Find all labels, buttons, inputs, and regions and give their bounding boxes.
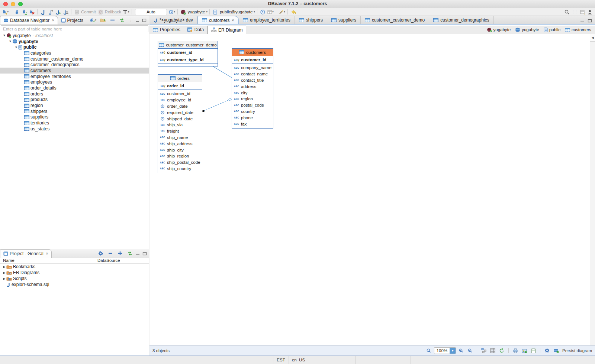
zoom-dropdown-icon[interactable]: ▼ [450,347,456,354]
toggle-grid-icon[interactable] [489,347,496,354]
entity-column-order_date[interactable]: order_date [158,103,202,110]
entity-column-city[interactable]: ABCcity [232,90,273,96]
tree-twisty-icon[interactable]: ▼ [2,34,6,37]
editor-tab-suppliers[interactable]: suppliers [327,16,361,24]
tab-project-general[interactable]: Project - General ✕ [0,249,52,258]
editor-tab-employee-territories[interactable]: employee_territories [239,16,295,24]
breadcrumb-public[interactable]: public [544,27,560,32]
open-perspective-icon[interactable] [579,9,586,15]
entity-column-address[interactable]: ABCaddress [232,83,273,90]
tree-item-customer-demographics[interactable]: customer_demographics [0,62,149,68]
transaction-mode-select[interactable]: Auto [135,9,167,15]
project-settings-gear-icon[interactable] [97,250,104,257]
export-image-icon[interactable] [521,347,528,354]
tree-twisty-icon[interactable]: ▶ [2,271,6,274]
zoom-level-select[interactable]: 100% ▼ [434,347,456,354]
entity-column-ship_region[interactable]: ABCship_region [158,153,202,159]
project-add-icon[interactable] [117,250,123,257]
database-dropdown-icon[interactable]: ▾ [254,10,255,13]
editor-tab-customers[interactable]: customers✕ [197,16,239,24]
entity-column-ship_address[interactable]: ABCship_address [158,140,202,147]
entity-header[interactable]: customer_customer_demo [158,41,218,49]
editor-tab-customer-customer-demo[interactable]: customer_customer_demo [361,16,429,24]
project-item-er-diagrams[interactable]: ▶ER Diagrams [0,270,149,276]
breadcrumb-customers[interactable]: customers [565,27,591,32]
subtab-data[interactable]: Data [184,26,208,34]
breadcrumb-yugabyte[interactable]: yugabyte [487,27,511,32]
entity-customer_customer_demo[interactable]: customer_customer_demoABCcustomer_idABCc… [158,41,218,66]
tree-twisty-icon[interactable]: ▼ [8,40,12,43]
close-tab-icon[interactable]: ✕ [231,19,234,22]
entity-column-fax[interactable]: ABCfax [232,121,273,127]
tree-item-territories[interactable]: territories [0,120,149,126]
new-connection-icon[interactable]: ▾ [2,9,9,15]
navigate-back-icon[interactable] [290,9,297,15]
tree-item-public[interactable]: ▼public [0,44,149,50]
subtab-er-diagram[interactable]: ER Diagram [208,26,246,34]
editor-maximize-icon[interactable] [588,19,592,22]
project-maximize-icon[interactable] [142,251,147,255]
editor-tab-shippers[interactable]: shippers [295,16,327,24]
tab-projects[interactable]: Projects [58,16,86,25]
tree-item-order-details[interactable]: order_details [0,85,149,91]
project-link-icon[interactable] [126,250,133,257]
column-header-datasource[interactable]: DataSource [97,258,120,263]
reconnect-icon[interactable] [21,9,28,15]
tree-twisty-icon[interactable]: ▶ [2,265,6,269]
tree-item-us-states[interactable]: us_states [0,126,149,132]
tree-item-orders[interactable]: orders [0,91,149,97]
editor-tab--yugabyte-dev[interactable]: *<yugabyte> dev [149,16,197,24]
tree-item-yugabyte[interactable]: ▼yugabyte- localhost [0,33,149,39]
entity-column-country[interactable]: ABCcountry [232,108,273,115]
entity-column-phone[interactable]: ABCphone [232,114,273,121]
zoom-in-icon[interactable] [458,347,464,354]
editor-tab-customer-demographics[interactable]: customer_demographics [429,16,493,24]
user-profile-icon[interactable] [586,9,593,15]
entity-customers[interactable]: customersABCcustomer_idABCcompany_nameAB… [232,48,273,129]
nav-new-folder-icon[interactable] [99,17,106,23]
tree-twisty-icon[interactable]: ▶ [2,277,6,280]
entity-header[interactable]: orders [158,75,202,82]
close-project-tab-icon[interactable]: ✕ [46,252,49,256]
tab-database-navigator[interactable]: Database Navigator ✕ [0,16,58,25]
entity-column-ship_name[interactable]: ABCship_name [158,134,202,141]
tree-item-customers[interactable]: customers [0,68,149,74]
tree-item-employees[interactable]: employees [0,79,149,85]
tree-twisty-icon[interactable]: ▼ [14,46,18,49]
entity-column-customer_id[interactable]: ABCcustomer_id [158,49,218,56]
rollback-button[interactable]: Rollback [105,10,121,14]
print-diagram-icon[interactable] [512,347,519,354]
project-minimize-icon[interactable] [136,251,140,255]
connection-selector[interactable]: yugabyte [188,10,205,14]
palette-expand-icon[interactable]: ◀ [590,34,595,42]
entity-column-region[interactable]: ABCregion [232,96,273,102]
entity-column-employee_id[interactable]: 123employee_id [158,97,202,103]
new-sql-editor-icon[interactable] [40,9,46,15]
auto-layout-icon[interactable] [480,347,487,354]
diagram-settings-gear-icon[interactable] [544,347,550,354]
tree-item-categories[interactable]: categories [0,50,149,56]
maximize-view-icon[interactable] [142,18,147,22]
tree-item-employee-territories[interactable]: employee_territories [0,74,149,79]
rollback-icon[interactable] [97,9,104,15]
entity-column-company_name[interactable]: ABCcompany_name [232,65,273,71]
database-selector[interactable]: public@yugabyte [220,10,253,14]
entity-column-shipped_date[interactable]: shipped_date [158,116,202,122]
new-sql-script-icon[interactable] [55,9,61,15]
tree-item-yugabyte[interactable]: ▼yugabyte [0,39,149,45]
refresh-diagram-icon[interactable] [498,347,505,354]
link-with-editor-icon[interactable] [119,17,125,23]
search-icon[interactable] [563,9,570,15]
entity-column-customer_id[interactable]: ABCcustomer_id [158,91,202,97]
tree-item-suppliers[interactable]: suppliers [0,114,149,120]
format-wand-icon[interactable]: ▾ [279,9,285,15]
tree-item-customer-customer-demo[interactable]: customer_customer_demo [0,56,149,62]
entity-column-postal_code[interactable]: ABCpostal_code [232,102,273,108]
close-navigator-tab-icon[interactable]: ✕ [52,19,55,22]
persist-diagram-button[interactable]: Persist diagram [562,348,592,353]
entity-column-ship_via[interactable]: 123ship_via [158,122,202,128]
tree-item-shippers[interactable]: shippers [0,108,149,114]
project-remove-icon[interactable] [107,250,114,257]
project-item-bookmarks[interactable]: ▶Bookmarks [0,264,149,270]
tree-item-products[interactable]: products [0,97,149,103]
